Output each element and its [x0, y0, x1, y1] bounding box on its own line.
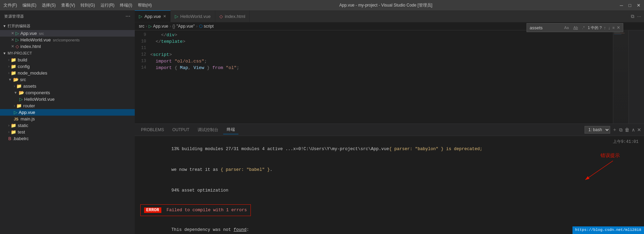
- tab-label: HelloWorld.vue: [180, 14, 211, 19]
- terminal-content[interactable]: 13% building modules 27/31 modules 4 act…: [135, 136, 644, 234]
- tab-terminal[interactable]: 终端: [223, 125, 238, 134]
- sidebar-item-helloworld-vue[interactable]: ▷ HelloWorld.vue: [0, 96, 135, 103]
- more-actions-icon[interactable]: ···: [637, 13, 641, 19]
- sidebar-item-src[interactable]: ▼ 📂 src: [0, 76, 135, 83]
- menu-view[interactable]: 查看(V): [61, 2, 75, 8]
- close-search-icon[interactable]: ✕: [617, 25, 620, 30]
- menu-goto[interactable]: 转到(G): [80, 2, 95, 8]
- case-sensitive-button[interactable]: Aa: [563, 25, 570, 30]
- whole-word-button[interactable]: Ab: [572, 25, 579, 30]
- more-search-options-icon[interactable]: ≡: [613, 26, 615, 30]
- next-result-icon[interactable]: ↓: [608, 25, 610, 30]
- folder-icon: 📁: [11, 57, 16, 62]
- tab-app-vue[interactable]: ▷ App.vue ✕: [135, 10, 171, 22]
- tab-close-icon[interactable]: ✕: [163, 14, 166, 19]
- sidebar-item-assets[interactable]: › 📁 assets: [0, 83, 135, 89]
- close-icon[interactable]: ✕: [11, 44, 14, 49]
- minimap-content: [613, 31, 628, 124]
- minimap: [613, 30, 628, 124]
- menu-terminal[interactable]: 终端(I): [120, 2, 132, 8]
- open-editor-helloworld-vue[interactable]: ✕ ▷ HelloWorld.vue src\components: [0, 37, 135, 43]
- tab-problems[interactable]: PROBLEMS: [138, 126, 168, 134]
- file-name: HelloWorld.vue: [24, 97, 55, 102]
- file-name: .babelrc: [13, 136, 29, 141]
- collapse-panel-icon[interactable]: ∧: [632, 127, 635, 133]
- folder-icon: 📁: [16, 84, 22, 89]
- split-editor-icon[interactable]: ⧉: [631, 13, 634, 19]
- open-editor-app-vue[interactable]: ✕ ▷ App.vue src: [0, 30, 135, 37]
- sidebar-item-test[interactable]: › 📁 test: [0, 129, 135, 135]
- html-tab-icon: ◇: [219, 14, 223, 19]
- open-editor-index-html[interactable]: ✕ ◇ index.html: [0, 43, 135, 50]
- sidebar-item-node-modules[interactable]: › 📁 node_modules: [0, 70, 135, 76]
- error-message: Failed to compile with 1 errors: [164, 208, 247, 213]
- sidebar-item-main-js[interactable]: JS main.js: [0, 116, 135, 122]
- editor-panel-split: 9 </div> 10 </template> 11 12 <script>: [135, 30, 644, 234]
- code-line-10: 10 </template>: [135, 38, 613, 45]
- minimize-button[interactable]: ─: [620, 3, 623, 8]
- sidebar-item-babelrc[interactable]: B .babelrc: [0, 135, 135, 142]
- sidebar-item-config[interactable]: › 📁 config: [0, 63, 135, 70]
- sidebar-item-components[interactable]: ▼ 📂 components: [0, 89, 135, 96]
- close-icon[interactable]: ✕: [11, 38, 14, 42]
- menu-help[interactable]: 帮助(H): [138, 2, 152, 8]
- folder-name: node_modules: [18, 70, 47, 76]
- search-input[interactable]: [530, 25, 561, 30]
- menu-edit[interactable]: 编辑(E): [22, 2, 36, 8]
- vue-file-icon: ▷: [16, 31, 19, 36]
- menu-select[interactable]: 选择(S): [42, 2, 56, 8]
- error-label: ERROR: [144, 207, 161, 213]
- code-line-12: 12 <script>: [135, 51, 613, 58]
- close-icon[interactable]: ✕: [11, 31, 14, 36]
- vue-file-icon: ▷: [19, 97, 23, 102]
- breadcrumb-row: src › ▷ App.vue › {} "App.vue" › ⬡ scrip…: [135, 22, 644, 30]
- sidebar-item-router[interactable]: › 📁 router: [0, 103, 135, 109]
- project-header[interactable]: ▼ MY-PROJECT: [0, 50, 135, 57]
- folder-name: build: [18, 57, 27, 62]
- folder-name: test: [18, 129, 25, 135]
- breadcrumb-script: script: [204, 24, 214, 29]
- sidebar-item-app-vue[interactable]: ▷ App.vue: [0, 109, 135, 116]
- prev-result-icon[interactable]: ↑: [604, 25, 606, 30]
- close-panel-icon[interactable]: ✕: [637, 127, 641, 133]
- menu-run[interactable]: 运行(R): [101, 2, 115, 8]
- search-result-count: 1 中的 ?: [588, 25, 602, 30]
- folder-name: components: [26, 90, 50, 95]
- search-box[interactable]: Aa Ab .* 1 中的 ? ↑ ↓ ≡ ✕: [527, 23, 623, 32]
- tab-label: index.html: [225, 14, 245, 19]
- folder-name: src: [20, 77, 26, 82]
- sidebar-item-build[interactable]: › 📁 build: [0, 57, 135, 63]
- tab-index-html[interactable]: ◇ index.html: [215, 10, 250, 22]
- terminal-select[interactable]: 1: bash: [585, 126, 610, 134]
- window-title: App.vue - my-project - Visual Studio Cod…: [339, 2, 432, 8]
- tab-output[interactable]: OUTPUT: [169, 126, 193, 134]
- menu-file[interactable]: 文件(F): [3, 2, 17, 8]
- code-editor[interactable]: 9 </div> 10 </template> 11 12 <script>: [135, 30, 613, 124]
- open-editors-header[interactable]: ▼ 打开的编辑器: [0, 22, 135, 30]
- tab-helloworld-vue[interactable]: ▷ HelloWorld.vue: [171, 10, 215, 22]
- folder-icon: 📁: [11, 64, 16, 69]
- open-editor-name: App.vue: [20, 31, 37, 36]
- maximize-button[interactable]: □: [628, 3, 631, 8]
- open-editors-label: 打开的编辑器: [8, 23, 30, 29]
- minimap-stripe: [614, 34, 622, 35]
- line-number: 12: [135, 51, 150, 58]
- terminal-line-dep: This dependency was not found:: [140, 220, 638, 234]
- folder-icon: 📁: [11, 129, 16, 135]
- close-button[interactable]: ✕: [637, 3, 641, 8]
- tab-debug-console[interactable]: 调试控制台: [194, 126, 222, 134]
- sidebar-item-static[interactable]: › 📁 static: [0, 122, 135, 129]
- menu-bar[interactable]: 文件(F) 编辑(E) 选择(S) 查看(V) 转到(G) 运行(R) 终端(I…: [3, 2, 152, 8]
- sidebar-menu-button[interactable]: ···: [125, 13, 131, 19]
- regex-button[interactable]: .*: [581, 25, 586, 30]
- line-content: </div>: [150, 32, 613, 38]
- panel-tabs: PROBLEMS OUTPUT 调试控制台 终端 1: bash ＋ ⧉ 🗑 ∧…: [135, 124, 644, 136]
- chevron-right-icon: ›: [8, 130, 9, 134]
- delete-terminal-icon[interactable]: 🗑: [625, 127, 629, 133]
- add-terminal-icon[interactable]: ＋: [612, 127, 617, 133]
- window-controls[interactable]: ─ □ ✕: [620, 3, 641, 8]
- chevron-down-icon: ▼: [14, 91, 17, 95]
- chevron-right-icon: ›: [8, 65, 9, 68]
- split-terminal-icon[interactable]: ⧉: [619, 127, 623, 133]
- terminal-line-babel: we now treat it as { parser: "babel" }.: [140, 159, 638, 180]
